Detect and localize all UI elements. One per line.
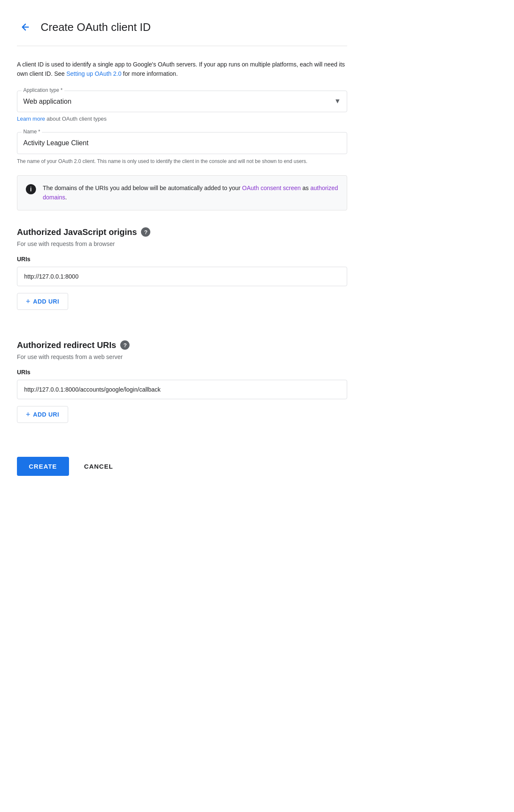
js-origins-add-uri-button[interactable]: + ADD URI: [17, 293, 68, 310]
actions-row: CREATE CANCEL: [17, 457, 347, 476]
redirect-uris-label: URIs: [17, 369, 347, 376]
page-header: Create OAuth client ID: [17, 10, 347, 46]
name-field: Name * The name of your OAuth 2.0 client…: [17, 132, 347, 165]
description-text: A client ID is used to identify a single…: [17, 60, 347, 79]
redirect-uris-section: Authorized redirect URIs ? For use with …: [17, 340, 347, 440]
application-type-select[interactable]: Web application: [17, 91, 347, 112]
application-type-field: Application type * Web application ▼ Lea…: [17, 91, 347, 122]
redirect-uris-add-uri-label: ADD URI: [33, 411, 59, 418]
learn-more-text: Learn more about OAuth client types: [17, 116, 347, 122]
arrow-left-icon: [20, 22, 30, 32]
redirect-uris-help-icon[interactable]: ?: [120, 340, 130, 350]
page-title: Create OAuth client ID: [41, 21, 151, 34]
create-button[interactable]: CREATE: [17, 457, 69, 476]
info-box: i The domains of the URIs you add below …: [17, 175, 347, 210]
js-origins-uri-input-wrapper: [17, 267, 347, 286]
js-origins-uri-input[interactable]: [17, 267, 347, 286]
js-origins-subtitle: For use with requests from a browser: [17, 240, 347, 247]
js-origins-help-icon[interactable]: ?: [141, 227, 150, 237]
plus-icon-2: +: [26, 411, 30, 418]
cancel-button[interactable]: CANCEL: [76, 457, 122, 476]
redirect-uris-title: Authorized redirect URIs ?: [17, 340, 347, 350]
redirect-uris-add-uri-button[interactable]: + ADD URI: [17, 406, 68, 423]
name-input[interactable]: [17, 133, 347, 154]
name-label: Name *: [22, 129, 42, 135]
name-helper-text: The name of your OAuth 2.0 client. This …: [17, 157, 347, 165]
setting-up-oauth-link[interactable]: Setting up OAuth 2.0: [66, 70, 122, 77]
learn-more-link[interactable]: Learn more: [17, 116, 45, 122]
js-origins-section: Authorized JavaScript origins ? For use …: [17, 227, 347, 327]
js-origins-title: Authorized JavaScript origins ?: [17, 227, 347, 237]
redirect-uris-subtitle: For use with requests from a web server: [17, 354, 347, 360]
plus-icon: +: [26, 298, 30, 305]
application-type-label: Application type *: [22, 87, 64, 93]
js-origins-uris-label: URIs: [17, 256, 347, 262]
info-box-text: The domains of the URIs you add below wi…: [43, 183, 338, 202]
redirect-uri-input[interactable]: [17, 380, 347, 399]
name-input-container: Name *: [17, 132, 347, 154]
back-button[interactable]: [17, 19, 34, 36]
description-after-link: for more information.: [122, 70, 178, 77]
js-origins-add-uri-label: ADD URI: [33, 298, 59, 305]
application-type-select-container: Application type * Web application ▼: [17, 91, 347, 112]
oauth-consent-screen-link[interactable]: OAuth consent screen: [242, 185, 301, 191]
info-icon: i: [26, 184, 36, 194]
redirect-uris-input-wrapper: [17, 380, 347, 399]
